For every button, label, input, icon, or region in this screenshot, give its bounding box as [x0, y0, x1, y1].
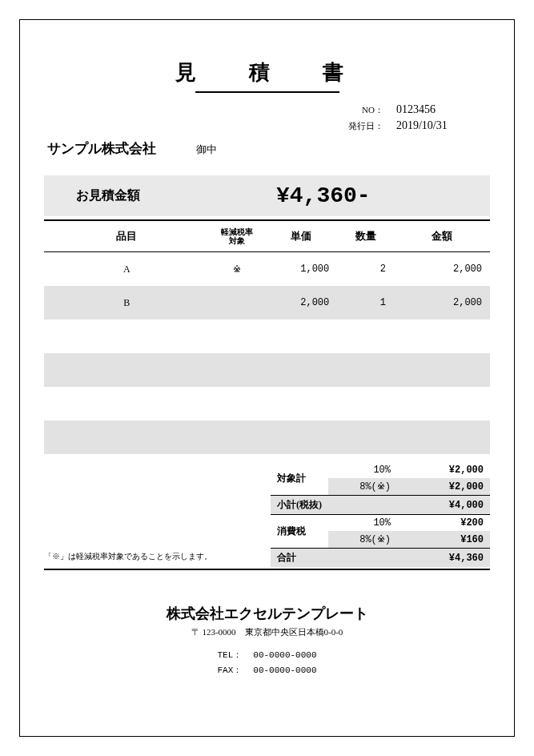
quotation-page: 見 積 書 NO： 0123456 発行日： 2019/10/31 サンプル株式…	[19, 19, 515, 737]
table-cell: 2,000	[264, 286, 337, 320]
table-cell	[210, 387, 265, 420]
col-item: 品目	[44, 220, 210, 252]
ex-subtotal-label: 小計(税抜)	[271, 496, 328, 515]
table-cell	[394, 353, 490, 387]
table-cell: ※	[210, 252, 265, 287]
table-cell	[337, 387, 394, 420]
subtotal-8-rate: 8%(※)	[328, 478, 397, 496]
col-unitprice: 単価	[264, 220, 337, 252]
table-row: A※1,00022,000	[44, 252, 490, 287]
tax-10-rate: 10%	[328, 515, 397, 532]
table-cell	[44, 320, 210, 353]
table-cell	[394, 387, 490, 420]
issue-date-label: 発行日：	[319, 119, 387, 133]
col-reduced: 軽減税率対象	[210, 220, 265, 252]
table-row	[44, 420, 490, 454]
table-cell	[264, 353, 337, 387]
company-tel: 00-0000-0000	[248, 648, 321, 662]
table-cell: 2,000	[394, 252, 490, 287]
table-cell	[264, 387, 337, 420]
total-amount: ¥4,360	[397, 549, 490, 568]
company-fax-label: FAX：	[212, 663, 247, 677]
table-row	[44, 353, 490, 387]
table-cell: B	[44, 286, 210, 320]
no-label: NO：	[319, 103, 387, 117]
col-amount: 金額	[394, 220, 490, 252]
table-cell	[210, 420, 265, 454]
table-cell	[337, 353, 394, 387]
company-tel-label: TEL：	[212, 648, 247, 662]
table-cell	[337, 420, 394, 454]
table-cell	[394, 420, 490, 454]
table-cell: 2,000	[394, 286, 490, 320]
table-cell: 2	[337, 252, 394, 287]
subtotal-label: 対象計	[271, 462, 328, 496]
document-title: 見 積 書	[44, 58, 490, 86]
table-row	[44, 387, 490, 420]
tax-8-amount: ¥160	[397, 531, 490, 549]
table-row: B2,00012,000	[44, 286, 490, 320]
company-address: 〒 123-0000 東京都中央区日本橋0-0-0	[44, 626, 490, 638]
tax-8-rate: 8%(※)	[328, 531, 397, 549]
table-cell: A	[44, 252, 210, 287]
quote-total-value: ¥4,360-	[276, 183, 371, 208]
table-cell	[337, 320, 394, 353]
company-fax: 00-0000-0000	[248, 663, 321, 677]
subtotal-10-amount: ¥2,000	[397, 462, 490, 478]
no-value: 0123456	[388, 103, 488, 117]
quote-total-label: お見積金額	[76, 187, 268, 204]
ex-subtotal-amount: ¥4,000	[397, 496, 490, 515]
tax-label: 消費税	[271, 515, 328, 549]
table-cell	[264, 320, 337, 353]
table-cell	[44, 387, 210, 420]
table-cell	[264, 420, 337, 454]
title-rule	[195, 91, 339, 93]
summary-bottom-rule	[44, 569, 490, 572]
items-table: 品目 軽減税率対象 単価 数量 金額 A※1,00022,000B2,00012…	[44, 219, 490, 454]
total-label: 合計	[271, 549, 328, 568]
quote-total-row: お見積金額 ¥4,360-	[44, 175, 490, 216]
client-suffix: 御中	[196, 143, 217, 155]
company-name: 株式会社エクセルテンプレート	[44, 604, 490, 623]
tax-10-amount: ¥200	[397, 515, 490, 532]
issue-date-value: 2019/10/31	[388, 119, 488, 133]
table-cell: 1,000	[264, 252, 337, 287]
table-cell	[44, 353, 210, 387]
col-qty: 数量	[337, 220, 394, 252]
table-row	[44, 320, 490, 353]
client-line: サンプル株式会社 御中	[47, 139, 490, 158]
subtotal-10-rate: 10%	[328, 462, 397, 478]
table-cell	[210, 320, 265, 353]
table-cell	[394, 320, 490, 353]
table-cell	[210, 286, 265, 320]
table-cell	[210, 353, 265, 387]
reduced-rate-note: 「※」は軽減税率対象であることを示します。	[44, 551, 271, 567]
document-meta: NO： 0123456 発行日： 2019/10/31	[44, 101, 490, 135]
table-cell	[44, 420, 210, 454]
table-cell: 1	[337, 286, 394, 320]
company-block: 株式会社エクセルテンプレート 〒 123-0000 東京都中央区日本橋0-0-0…	[44, 604, 490, 678]
summary-table: 対象計 10% ¥2,000 8%(※) ¥2,000 小計(税抜) ¥4,00…	[271, 462, 490, 567]
client-name: サンプル株式会社	[47, 141, 156, 156]
subtotal-8-amount: ¥2,000	[397, 478, 490, 496]
